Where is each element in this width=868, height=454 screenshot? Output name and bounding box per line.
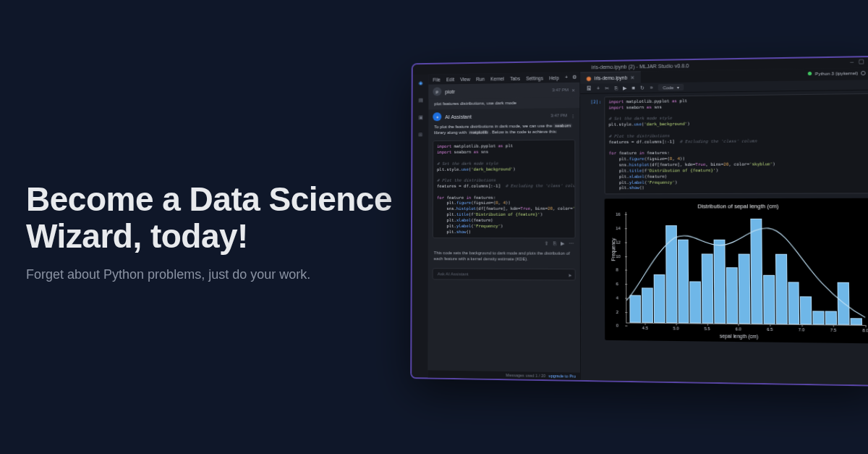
menu-run[interactable]: Run xyxy=(476,76,485,81)
menu-tabs[interactable]: Tabs xyxy=(510,75,520,80)
chat-panel: File Edit View Run Kernel Tabs Settings … xyxy=(427,72,581,380)
kernel-busy-ring-icon xyxy=(861,70,866,75)
cut-icon[interactable]: ✂ xyxy=(605,85,609,91)
chart-bar xyxy=(763,274,775,324)
window-minimize-icon[interactable]: – xyxy=(850,58,854,64)
notebook-tab-close-icon[interactable]: ✕ xyxy=(630,75,634,80)
menu-help[interactable]: Help xyxy=(549,75,559,80)
chat-assistant-header: ✦ AI Assistant 3:47 PM ⋮ xyxy=(428,108,579,122)
chart-ylabel: Frequency xyxy=(610,238,616,261)
chart-ytick: 4 xyxy=(616,295,618,300)
chevron-down-icon: ▾ xyxy=(676,85,678,90)
kernel-status-dot-icon xyxy=(808,72,812,75)
notebook-tab[interactable]: ⬤ iris-demo.ipynb ✕ xyxy=(580,71,641,83)
chart-bar xyxy=(665,225,677,323)
chart-ytick: 10 xyxy=(616,253,620,258)
settings-gear-icon[interactable]: ⚙ xyxy=(572,75,576,80)
upgrade-link[interactable]: upgrade to Pro xyxy=(548,374,576,379)
stop-icon[interactable]: ■ xyxy=(632,85,635,91)
chart-ytick: 6 xyxy=(616,282,618,286)
ask-ai-placeholder: Ask AI Assistant xyxy=(438,272,469,276)
cell-code[interactable]: import matplotlib.pyplot as plt import s… xyxy=(604,93,868,195)
activity-run-icon[interactable]: ▣ xyxy=(416,113,425,122)
save-icon[interactable]: 🖫 xyxy=(587,86,592,91)
chart-xtick: 8.0 xyxy=(862,328,868,332)
chart-bar xyxy=(800,296,812,324)
chart-bar xyxy=(702,253,713,324)
hero-title: Become a Data Science Wizard, today! xyxy=(26,181,402,254)
chart-bar xyxy=(775,253,788,324)
menu-settings[interactable]: Settings xyxy=(526,75,543,80)
chart-bar xyxy=(629,295,641,323)
chat-assistant-more-icon[interactable]: ⋮ xyxy=(571,113,575,118)
activity-ext-icon[interactable]: ⊞ xyxy=(416,130,425,139)
kernel-label: Python 3 (ipykernel) xyxy=(815,70,858,76)
chart-bar xyxy=(851,318,862,325)
run-icon[interactable]: ▶ xyxy=(623,85,626,91)
chart-bar xyxy=(653,274,665,324)
chart-bar xyxy=(813,311,825,325)
activity-chat-icon[interactable]: ◉ xyxy=(417,79,425,88)
copy-icon[interactable]: ⎘ xyxy=(615,85,618,91)
chat-code-block: import matplotlib.pyplot as plt import s… xyxy=(433,140,576,239)
chart-xtick: 6.0 xyxy=(736,327,741,331)
code-action-more-icon[interactable]: ⋯ xyxy=(569,241,574,247)
menu-kernel[interactable]: Kernel xyxy=(490,76,504,81)
chart-xtick: 4.5 xyxy=(642,326,648,330)
chart-xtick: 7.0 xyxy=(799,327,804,332)
notebook-panel: ⬤ iris-demo.ipynb ✕ Python 3 (ipykernel)… xyxy=(580,67,868,384)
chart-xlabel: sepal length (cm) xyxy=(611,332,868,340)
chat-code-toolbar: ⇪ ⎘ ▶ ⋯ xyxy=(428,240,580,250)
chart-xtick: 7.5 xyxy=(830,328,836,332)
chart-bar xyxy=(642,288,653,323)
menu-edit[interactable]: Edit xyxy=(446,77,454,82)
chat-assistant-time: 3:47 PM xyxy=(550,113,567,118)
cell-type-select[interactable]: Code ▾ xyxy=(658,84,684,91)
chat-status-bar: Messages used 1 / 20 upgrade to Pro xyxy=(427,370,580,380)
window-title: iris-demo.ipynb (2) - MLJAR Studio v0.8.… xyxy=(592,63,689,70)
window-maximize-icon[interactable]: ▢ xyxy=(859,58,865,64)
cell-prompt: [2]: xyxy=(585,97,602,195)
code-action-insert-icon[interactable]: ⇪ xyxy=(544,241,548,247)
chart-bar xyxy=(825,311,837,325)
chart-bar xyxy=(726,267,738,324)
chat-assistant-outro: This code sets the background to dark mo… xyxy=(428,250,580,266)
new-launcher-icon[interactable]: + xyxy=(565,75,568,80)
chart-ytick: 16 xyxy=(616,212,620,217)
code-action-run-icon[interactable]: ▶ xyxy=(561,241,564,247)
chat-user-header: p piotr 3:47 PM ✕ xyxy=(428,83,579,99)
send-icon[interactable]: ➤ xyxy=(568,272,571,277)
kernel-indicator[interactable]: Python 3 (ipykernel) ≡ xyxy=(808,70,868,77)
chart-ytick: 8 xyxy=(616,268,618,272)
menu-view[interactable]: View xyxy=(460,76,470,81)
chart-output: Distribution of sepal length (cm) Freque… xyxy=(605,198,868,344)
chart-ytick: 0 xyxy=(616,324,618,328)
chat-user-name: piotr xyxy=(445,89,455,94)
chart-bar xyxy=(739,253,751,324)
chart-bar xyxy=(678,239,689,323)
code-action-copy-icon[interactable]: ⎘ xyxy=(553,241,556,247)
activity-files-icon[interactable]: ▤ xyxy=(417,96,425,105)
menu-file[interactable]: File xyxy=(433,77,440,82)
chart-bar xyxy=(714,240,726,324)
app-window: iris-demo.ipynb (2) - MLJAR Studio v0.8.… xyxy=(412,57,868,385)
chat-user-close-icon[interactable]: ✕ xyxy=(571,87,575,92)
add-cell-icon[interactable]: + xyxy=(597,85,600,91)
chart-bar xyxy=(838,282,850,325)
chart-title: Distribution of sepal length (cm) xyxy=(610,203,868,210)
chart-bar xyxy=(788,282,800,324)
chart-bar xyxy=(750,219,762,324)
chart-xtick: 6.5 xyxy=(767,327,773,332)
notebook-file-icon: ⬤ xyxy=(587,75,592,80)
chart-plot-area: Frequency 02468101214164.55.05.56.06.57.… xyxy=(626,212,866,326)
user-avatar-icon: p xyxy=(433,87,441,96)
code-cell[interactable]: [2]: import matplotlib.pyplot as plt imp… xyxy=(585,93,868,195)
run-all-icon[interactable]: » xyxy=(650,85,653,90)
chat-assistant-intro: To plot the feature distributions in dar… xyxy=(428,121,579,138)
chat-assistant-name: AI Assistant xyxy=(445,114,472,119)
ask-ai-input[interactable]: Ask AI Assistant ➤ xyxy=(433,268,576,280)
chart-xtick: 5.5 xyxy=(704,327,710,331)
restart-icon[interactable]: ↻ xyxy=(640,85,644,91)
chart-ytick: 14 xyxy=(616,226,620,230)
chart-ytick: 12 xyxy=(616,240,620,244)
